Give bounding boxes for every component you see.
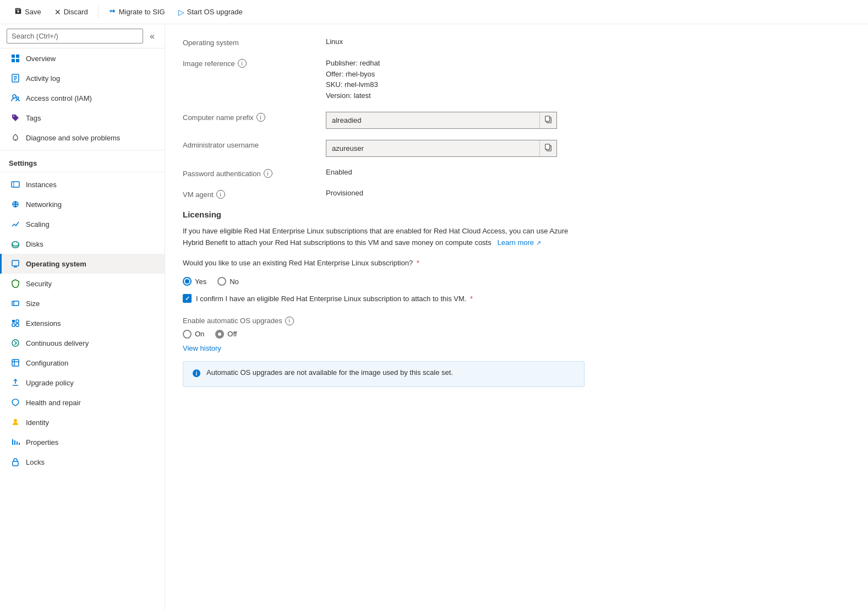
sidebar-item-activity-log[interactable]: Activity log [0,68,165,88]
start-icon: ▷ [178,8,184,17]
learn-more-link[interactable]: Learn more ↗ [495,238,541,247]
sidebar-item-health-repair[interactable]: Health and repair [0,393,165,412]
view-history-link[interactable]: View history [183,344,221,352]
sidebar-scroll-area: Overview Activity log Access control (IA… [0,48,165,610]
sidebar-item-access-control[interactable]: Access control (IAM) [0,88,165,108]
field-admin-username: Administrator username [183,140,850,157]
sidebar-item-label: Continuous delivery [26,339,89,347]
field-label-image: Image reference i [183,58,326,68]
sidebar-item-properties[interactable]: Properties [0,432,165,452]
sidebar-item-label: Security [26,280,52,288]
sidebar-item-configuration[interactable]: Configuration [0,353,165,373]
field-value-vm-agent: Provisioned [326,189,850,197]
field-label-auto-os: Enable automatic OS upgrades i [183,315,326,325]
field-value-computer-name [326,112,850,129]
sidebar-collapse-button[interactable]: « [146,30,158,42]
confirm-checkbox-row: I confirm I have an eligible Red Hat Ent… [183,293,579,304]
field-label-vm-agent: VM agent i [183,189,326,199]
os-upgrades-off-radio[interactable] [215,330,224,339]
sidebar-item-label: Access control (IAM) [26,94,92,102]
sidebar-item-size[interactable]: Size [0,293,165,313]
required-mark: * [417,259,419,267]
sidebar-item-disks[interactable]: Disks [0,234,165,254]
os-upgrades-info-banner: i Automatic OS upgrades are not availabl… [183,361,585,387]
os-upgrades-on-option[interactable]: On [183,330,204,339]
content-area: Operating system Linux Image reference i… [165,24,868,610]
auto-os-info-icon[interactable]: i [285,317,294,325]
confirm-text: I confirm I have an eligible Red Hat Ent… [196,293,473,304]
sidebar-item-identity[interactable]: Identity [0,412,165,432]
migrate-sig-button[interactable]: Migrate to SIG [103,4,171,19]
admin-username-input[interactable] [326,141,539,156]
nav-divider-2 [0,172,165,172]
upgrade-icon [10,378,20,388]
no-option[interactable]: No [217,277,239,286]
sidebar-item-label: Configuration [26,359,68,367]
identity-icon [10,417,20,427]
svg-rect-24 [12,324,15,326]
svg-rect-35 [13,461,18,466]
start-os-upgrade-button[interactable]: ▷ Start OS upgrade [173,5,248,19]
save-button[interactable]: Save [9,4,47,19]
password-auth-info-icon[interactable]: i [264,169,272,178]
overview-icon [10,53,20,63]
svg-rect-37 [545,116,550,122]
vm-agent-info-icon[interactable]: i [216,190,225,199]
sidebar-item-operating-system[interactable]: Operating system [0,254,165,274]
external-link-icon: ↗ [536,239,541,246]
field-computer-name-prefix: Computer name prefix i [183,112,850,129]
computer-name-info-icon[interactable]: i [256,113,265,122]
admin-username-input-group [326,140,557,157]
yes-option[interactable]: Yes [183,277,206,286]
sidebar-item-upgrade-policy[interactable]: Upgrade policy [0,373,165,393]
image-info-icon[interactable]: i [238,59,247,68]
sidebar-item-locks[interactable]: Locks [0,452,165,472]
no-radio[interactable] [217,277,226,286]
sidebar-item-overview[interactable]: Overview [0,48,165,68]
sidebar-item-extensions[interactable]: Extensions [0,313,165,333]
admin-username-copy-button[interactable] [539,140,556,156]
config-icon [10,358,20,368]
subscription-radio-group: Yes No [183,277,850,286]
svg-rect-23 [16,320,19,323]
svg-point-14 [12,242,19,246]
yes-radio[interactable] [183,277,192,286]
computer-name-copy-button[interactable] [539,112,556,128]
sidebar-item-label: Identity [26,418,49,427]
confirm-checkbox[interactable] [183,294,192,303]
sidebar-item-scaling[interactable]: Scaling [0,214,165,234]
sidebar-item-label: Disks [26,240,43,248]
properties-icon [10,437,20,447]
sidebar-item-label: Activity log [26,74,60,83]
sidebar-item-tags[interactable]: Tags [0,108,165,128]
discard-button[interactable]: ✕ Discard [49,5,94,19]
sidebar-item-continuous-delivery[interactable]: Continuous delivery [0,333,165,353]
field-value-os: Linux [326,37,850,46]
sidebar-item-diagnose[interactable]: Diagnose and solve problems [0,128,165,148]
computer-name-input[interactable] [326,113,539,128]
os-upgrades-on-radio[interactable] [183,330,192,339]
svg-rect-22 [12,320,15,323]
toolbar: Save ✕ Discard Migrate to SIG ▷ Start OS… [0,0,868,24]
search-input[interactable] [7,29,143,43]
sidebar: « Overview Activity log Access co [0,24,165,610]
svg-rect-31 [12,439,13,445]
info-banner-text: Automatic OS upgrades are not available … [206,368,453,377]
sidebar-item-security[interactable]: Security [0,274,165,293]
size-icon [10,298,20,308]
subscription-question: Would you like to use an existing Red Ha… [183,258,419,269]
sidebar-item-label: Locks [26,458,45,466]
sidebar-item-label: Size [26,299,40,308]
sidebar-item-networking[interactable]: Networking [0,194,165,214]
field-value-image: Publisher: redhat Offer: rhel-byos SKU: … [326,58,850,101]
svg-point-8 [13,95,16,98]
svg-rect-27 [12,360,19,366]
svg-rect-11 [12,182,19,187]
save-icon [14,7,22,17]
migrate-icon [108,7,116,17]
os-upgrades-off-option[interactable]: Off [215,330,237,339]
sidebar-item-instances[interactable]: Instances [0,175,165,194]
sidebar-item-label: Scaling [26,220,50,228]
sidebar-item-label: Networking [26,200,62,209]
field-label-os: Operating system [183,37,326,47]
